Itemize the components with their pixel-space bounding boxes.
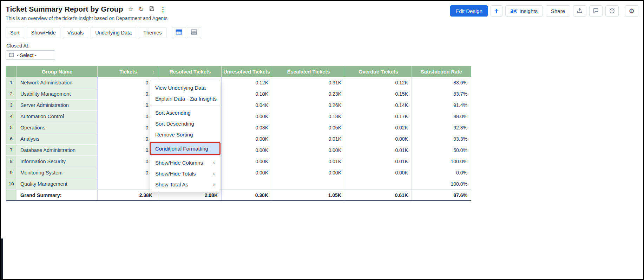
column-header-satisfaction-rate[interactable]: Satisfaction Rate	[412, 66, 471, 77]
cell-escalated[interactable]: 0.01K	[272, 133, 345, 145]
sort-ascending-icon: ↑	[152, 69, 155, 75]
summary-overdue: 0.61K	[345, 190, 412, 200]
cell-group-name[interactable]: Analysis	[17, 133, 98, 145]
cell-group-name[interactable]: Monitoring System	[17, 167, 98, 178]
column-header-group-name[interactable]: Group Name	[17, 66, 98, 77]
cell-overdue[interactable]: 0.00K	[345, 167, 412, 178]
cell-group-name[interactable]: Server Administration	[17, 100, 98, 111]
table-row: 7 Database Administration 0.0 0.00K 0.00…	[6, 145, 471, 156]
cell-escalated[interactable]: 0.00K	[272, 167, 345, 178]
cell-overdue[interactable]: 0.01K	[345, 156, 412, 167]
settings-button[interactable]: ⚙	[625, 5, 638, 17]
column-header-overdue-tickets[interactable]: Overdue Tickets	[345, 66, 412, 77]
ticket-summary-table: Group Name Tickets ↑ Resolved Tickets Un…	[6, 66, 471, 201]
cell-unresolved[interactable]: 0.04K	[222, 100, 272, 111]
cell-satisfaction[interactable]: 93.3%	[412, 133, 471, 145]
cell-unresolved[interactable]: 0.00K	[222, 167, 272, 178]
cell-satisfaction[interactable]: 88.0%	[412, 111, 471, 122]
cell-overdue[interactable]: 0.01K	[345, 145, 412, 156]
cell-escalated[interactable]: 0.05K	[272, 122, 345, 133]
cell-overdue[interactable]: 0.00K	[345, 133, 412, 145]
column-context-menu: View Underlying Data Explain Data - Zia …	[150, 80, 220, 192]
cell-satisfaction[interactable]: 91.4%	[412, 100, 471, 111]
row-number: 8	[6, 156, 17, 167]
more-options-icon[interactable]: ⋮	[160, 6, 166, 13]
cell-escalated[interactable]: 0.26K	[272, 100, 345, 111]
cell-overdue[interactable]: 0.14K	[345, 100, 412, 111]
column-header-resolved-tickets[interactable]: Resolved Tickets	[159, 66, 222, 77]
themes-button[interactable]: Themes	[139, 27, 166, 38]
menu-item-sort-ascending[interactable]: Sort Ascending	[150, 107, 220, 118]
cell-overdue[interactable]: 0.12K	[345, 77, 412, 88]
cell-satisfaction[interactable]: 50.0%	[412, 145, 471, 156]
cell-escalated[interactable]: 0.23K	[272, 88, 345, 100]
cell-satisfaction[interactable]: 100.0%	[412, 156, 471, 167]
cell-escalated[interactable]	[272, 178, 345, 190]
summary-unresolved: 0.30K	[222, 190, 272, 200]
column-header-unresolved-tickets[interactable]: Unresolved Tickets	[222, 66, 272, 77]
cell-unresolved[interactable]: 0.00K	[222, 133, 272, 145]
cell-overdue[interactable]: 0.15K	[345, 88, 412, 100]
cell-group-name[interactable]: Database Administration	[17, 145, 98, 156]
cell-unresolved[interactable]: 0.00K	[222, 156, 272, 167]
cell-group-name[interactable]: Automation Control	[17, 111, 98, 122]
summary-view-button[interactable]	[187, 27, 201, 38]
cell-escalated[interactable]: 0.31K	[272, 77, 345, 88]
menu-item-view-underlying-data[interactable]: View Underlying Data	[150, 82, 220, 93]
cell-group-name[interactable]: Quality Management	[17, 178, 98, 190]
cell-unresolved[interactable]: 0.12K	[222, 77, 272, 88]
show-hide-button[interactable]: Show/Hide	[27, 27, 60, 38]
alerts-button[interactable]	[605, 5, 619, 17]
cell-satisfaction[interactable]: 83.6%	[412, 77, 471, 88]
cell-satisfaction[interactable]: 92.3%	[412, 122, 471, 133]
column-header-tickets[interactable]: Tickets ↑	[98, 66, 159, 77]
save-icon[interactable]	[149, 6, 155, 13]
cell-escalated[interactable]: 0.18K	[272, 111, 345, 122]
grand-summary-row: Grand Summary: 2.38K 2.08K 0.30K 1.05K 0…	[6, 190, 471, 201]
cell-group-name[interactable]: Information Security	[17, 156, 98, 167]
sort-button[interactable]: Sort	[6, 27, 24, 38]
cell-unresolved[interactable]: 0.00K	[222, 145, 272, 156]
cell-unresolved[interactable]: 0.00K	[222, 111, 272, 122]
menu-item-show-total-as[interactable]: Show Total As ›	[150, 179, 220, 190]
column-header-rownum	[6, 66, 17, 77]
cell-overdue[interactable]: 0.17K	[345, 111, 412, 122]
edit-design-button[interactable]: Edit Design	[450, 5, 488, 17]
visuals-button[interactable]: Visuals	[63, 27, 88, 38]
underlying-data-button[interactable]: Underlying Data	[91, 27, 136, 38]
add-button[interactable]: +	[491, 5, 502, 17]
menu-item-show-hide-totals[interactable]: Show/Hide Totals ›	[150, 168, 220, 179]
menu-item-show-hide-columns[interactable]: Show/Hide Columns ›	[150, 157, 220, 168]
cell-group-name[interactable]: Network Administration	[17, 77, 98, 88]
cell-unresolved[interactable]: 0.10K	[222, 88, 272, 100]
menu-item-remove-sorting[interactable]: Remove Sorting	[150, 129, 220, 140]
chevron-right-icon: ›	[213, 171, 215, 177]
menu-item-explain-data-zia-insights[interactable]: Explain Data - Zia Insights	[150, 93, 220, 104]
table-view-button[interactable]	[172, 27, 186, 38]
cell-satisfaction[interactable]: 100.0%	[412, 178, 471, 190]
cell-satisfaction[interactable]: 0.0%	[412, 167, 471, 178]
cell-group-name[interactable]: Operations	[17, 122, 98, 133]
cell-escalated[interactable]: 0.01K	[272, 156, 345, 167]
cell-unresolved[interactable]	[222, 178, 272, 190]
menu-item-conditional-formatting[interactable]: Conditional Formatting	[150, 143, 220, 154]
row-number: 9	[6, 167, 17, 178]
share-button[interactable]: Share	[546, 5, 570, 17]
cell-unresolved[interactable]: 0.03K	[222, 122, 272, 133]
comments-button[interactable]	[589, 5, 603, 17]
app-window: Ticket Summary Report by Group ☆ ↻ ⋮ Thi…	[0, 0, 644, 280]
cell-group-name[interactable]: Usability Management	[17, 88, 98, 100]
cell-escalated[interactable]: 0.00K	[272, 145, 345, 156]
column-header-escalated-tickets[interactable]: Escalated Tickets	[272, 66, 345, 77]
insights-button[interactable]: ZA Insights	[505, 5, 543, 17]
closed-at-select[interactable]: - Select -	[6, 50, 55, 60]
chevron-right-icon: ›	[213, 160, 215, 166]
cell-overdue[interactable]: 0.02K	[345, 122, 412, 133]
menu-divider	[150, 155, 220, 156]
menu-item-sort-descending[interactable]: Sort Descending	[150, 118, 220, 129]
export-button[interactable]	[573, 5, 586, 17]
cell-overdue[interactable]	[345, 178, 412, 190]
cell-satisfaction[interactable]: 83.7%	[412, 88, 471, 100]
favorite-star-icon[interactable]: ☆	[128, 6, 134, 12]
refresh-icon[interactable]: ↻	[139, 6, 144, 12]
